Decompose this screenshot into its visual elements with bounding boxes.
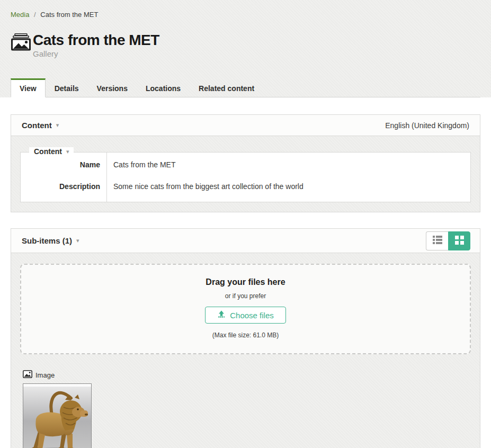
file-dropzone[interactable]: Drag your files here or if you prefer Ch… — [20, 264, 471, 354]
grid-view-button[interactable] — [448, 231, 470, 250]
field-value-name: Cats from the MET — [107, 153, 175, 176]
content-panel-title: Content — [22, 121, 52, 130]
list-view-icon — [433, 236, 442, 246]
subitem-thumbnail[interactable] — [23, 383, 92, 448]
breadcrumb: Media / Cats from the MET — [11, 0, 480, 19]
upload-icon — [217, 310, 226, 320]
caret-down-icon: ▾ — [76, 237, 79, 244]
lion-sculpture-image — [23, 384, 91, 448]
content-panel-toggle[interactable]: Content ▾ — [22, 121, 59, 130]
subitems-panel-header: Sub-items (1) ▾ — [11, 229, 480, 253]
choose-files-button[interactable]: Choose files — [205, 307, 286, 324]
subitem-type-row: Image — [23, 370, 471, 380]
content-panel-body: Content ▾ Name Cats from the MET Descrip… — [11, 136, 480, 212]
page-title: Cats from the MET — [33, 32, 159, 48]
language-label: English (United Kingdom) — [385, 121, 469, 130]
tab-bar: View Details Versions Locations Related … — [11, 78, 480, 97]
image-icon — [23, 370, 32, 380]
tab-view[interactable]: View — [11, 78, 46, 97]
caret-down-icon: ▾ — [56, 122, 59, 129]
content-panel-header: Content ▾ English (United Kingdom) — [11, 115, 480, 136]
field-label-description: Description — [21, 176, 107, 202]
grid-view-icon — [455, 236, 464, 246]
content-panel: Content ▾ English (United Kingdom) Conte… — [11, 114, 480, 212]
list-view-button[interactable] — [426, 231, 448, 250]
fieldset-legend: Content — [34, 147, 62, 156]
choose-files-label: Choose files — [230, 311, 274, 320]
breadcrumb-current: Cats from the MET — [40, 11, 98, 19]
title-bar: Cats from the MET Gallery — [11, 32, 480, 58]
subitems-panel-toggle[interactable]: Sub-items (1) ▾ — [22, 236, 79, 245]
main-content: Content ▾ English (United Kingdom) Conte… — [0, 97, 491, 448]
subitems-panel: Sub-items (1) ▾ — [11, 228, 480, 448]
content-fieldset: Content ▾ Name Cats from the MET Descrip… — [20, 152, 471, 202]
tab-details[interactable]: Details — [46, 78, 88, 97]
caret-down-icon: ▾ — [66, 148, 69, 155]
tab-versions[interactable]: Versions — [88, 78, 137, 97]
subitem-type-label: Image — [35, 371, 55, 379]
gallery-icon — [11, 33, 32, 51]
breadcrumb-separator: / — [34, 11, 36, 19]
content-type-label: Gallery — [33, 49, 159, 58]
subitems-panel-title: Sub-items (1) — [22, 236, 72, 245]
field-value-description: Some nice cats from the biggest art coll… — [107, 176, 303, 202]
tab-locations[interactable]: Locations — [137, 78, 190, 97]
field-row-name: Name Cats from the MET — [21, 153, 470, 176]
field-label-name: Name — [21, 153, 107, 176]
dropzone-title: Drag your files here — [32, 277, 459, 287]
max-file-size-note: (Max file size: 61.0 MB) — [32, 331, 459, 339]
breadcrumb-media-link[interactable]: Media — [11, 11, 29, 19]
subitems-panel-body: Drag your files here or if you prefer Ch… — [11, 253, 480, 448]
fieldset-legend-toggle[interactable]: Content ▾ — [29, 147, 74, 156]
view-toggle-group — [426, 231, 470, 250]
dropzone-subtitle: or if you prefer — [32, 292, 459, 300]
field-row-description: Description Some nice cats from the bigg… — [21, 176, 470, 202]
tab-related-content[interactable]: Related content — [190, 78, 263, 97]
page-header: Media / Cats from the MET Cats from the … — [0, 0, 491, 97]
